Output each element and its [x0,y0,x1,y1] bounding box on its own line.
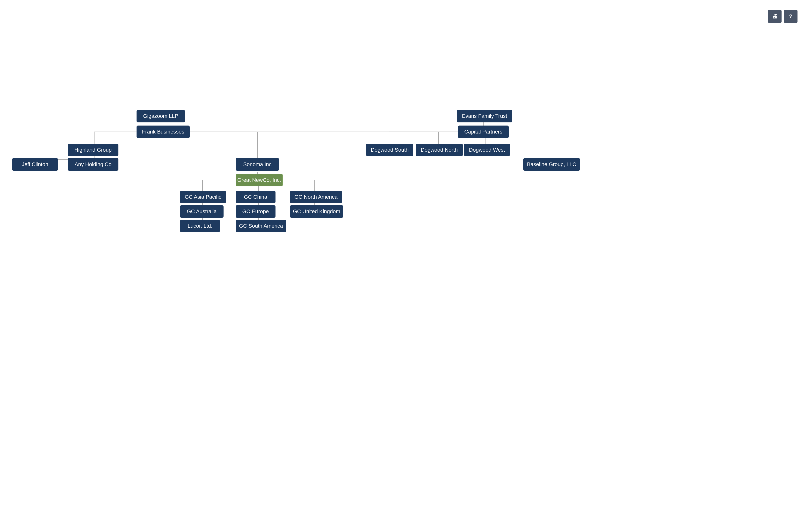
node-dogwood-north[interactable]: Dogwood North [416,144,463,156]
org-chart: Gigazoom LLP Frank Businesses Evans Fami… [0,0,812,507]
node-lucor[interactable]: Lucor, Ltd. [180,220,220,232]
node-gc-north-am[interactable]: GC North America [290,191,342,203]
node-gc-europe[interactable]: GC Europe [236,205,275,218]
node-dogwood-west[interactable]: Dogwood West [464,144,510,156]
node-great-newco[interactable]: Great NewCo, Inc. [236,174,283,186]
node-frank[interactable]: Frank Businesses [137,125,190,138]
node-baseline[interactable]: Baseline Group, LLC [523,158,580,171]
node-gc-south-am[interactable]: GC South America [236,220,286,232]
node-dogwood-south[interactable]: Dogwood South [366,144,413,156]
node-anyholding[interactable]: Any Holding Co [68,158,118,171]
node-gc-asia[interactable]: GC Asia Pacific [180,191,226,203]
node-gc-australia[interactable]: GC Australia [180,205,223,218]
node-highland[interactable]: Highland Group [68,144,118,156]
node-gc-uk[interactable]: GC United Kingdom [290,205,343,218]
node-gc-china[interactable]: GC China [236,191,275,203]
node-sonoma[interactable]: Sonoma Inc [236,158,279,171]
node-jeff[interactable]: Jeff Clinton [12,158,58,171]
node-capital[interactable]: Capital Partners [458,125,509,138]
node-gigazoom[interactable]: Gigazoom LLP [137,110,185,122]
node-evans[interactable]: Evans Family Trust [457,110,512,122]
